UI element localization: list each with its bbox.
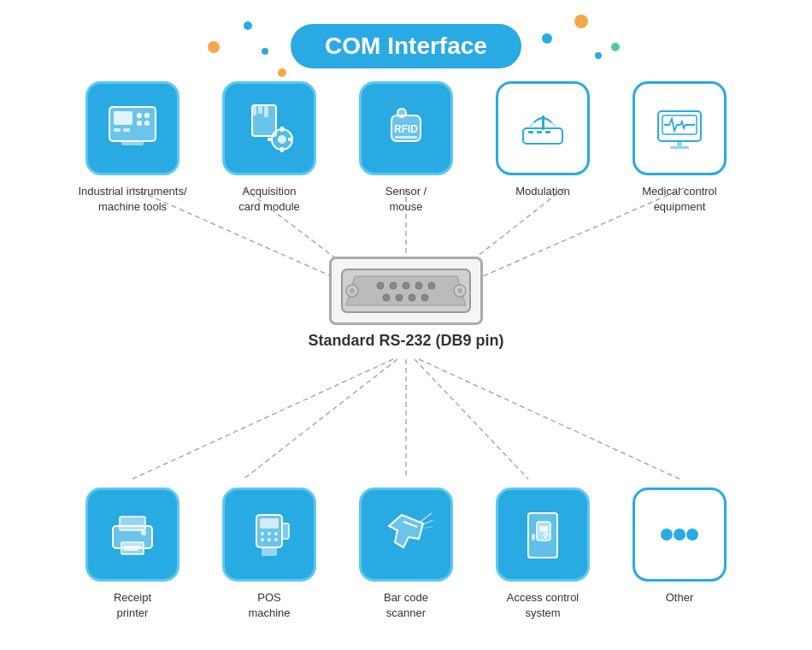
svg-point-23	[144, 121, 150, 126]
sensor-mouse-label: Sensor /mouse	[385, 184, 427, 215]
top-icons-row: Industrial instruments/machine tools	[26, 81, 786, 215]
sensor-mouse-icon: RFID	[376, 98, 436, 158]
receipt-printer-label: Receiptprinter	[114, 590, 151, 621]
acquisition-card-label: Acquisitioncard module	[238, 184, 300, 215]
barcode-scanner-item: Bar codescanner	[350, 488, 462, 621]
db9-svg	[333, 261, 479, 321]
other-item: Other	[624, 488, 735, 621]
main-container: COM Interface	[0, 0, 812, 650]
acquisition-card-icon-box	[222, 81, 316, 175]
svg-point-70	[141, 530, 146, 535]
svg-point-64	[421, 294, 428, 301]
svg-point-62	[396, 294, 403, 301]
svg-point-63	[409, 294, 415, 301]
svg-rect-66	[120, 517, 145, 530]
title-area: COM Interface	[0, 9, 812, 68]
svg-marker-81	[389, 515, 423, 547]
page-title: COM Interface	[291, 24, 521, 68]
svg-point-77	[268, 538, 271, 541]
bottom-icons-row: Receiptprinter	[26, 488, 786, 621]
db9-connector	[329, 257, 483, 325]
industrial-instruments-icon-box	[85, 81, 179, 175]
svg-rect-35	[268, 138, 273, 141]
svg-point-92	[674, 529, 685, 541]
svg-line-82	[421, 513, 432, 522]
svg-rect-26	[121, 141, 144, 145]
svg-marker-51	[346, 276, 466, 305]
other-icon-box	[633, 488, 727, 582]
other-icon	[650, 505, 709, 564]
svg-rect-19	[114, 111, 132, 125]
svg-point-74	[268, 532, 271, 535]
pos-machine-label: POSmachine	[248, 590, 290, 621]
svg-rect-88	[539, 526, 548, 532]
industrial-instruments-label: Industrial instruments/machine tools	[78, 184, 186, 215]
svg-point-53	[350, 288, 355, 293]
svg-rect-42	[528, 131, 533, 133]
medical-control-item: Medical controlequipment	[624, 81, 735, 215]
pos-machine-icon-box	[222, 488, 316, 582]
top-icons-section: Industrial instruments/machine tools	[0, 56, 812, 215]
svg-rect-48	[677, 141, 682, 146]
modulation-label: Modulation	[515, 184, 570, 199]
svg-rect-40	[395, 136, 417, 139]
access-control-item: Access controlsystem	[487, 488, 598, 621]
svg-rect-44	[545, 131, 550, 133]
svg-point-91	[661, 529, 673, 541]
svg-point-57	[390, 282, 397, 289]
pos-machine-icon	[239, 505, 299, 564]
medical-control-label: Medical controlequipment	[642, 184, 716, 215]
svg-rect-72	[260, 518, 279, 529]
svg-point-55	[457, 288, 462, 293]
svg-rect-79	[282, 523, 289, 539]
svg-rect-29	[258, 105, 262, 114]
medical-control-icon	[650, 98, 709, 158]
barcode-scanner-icon	[376, 505, 436, 564]
receipt-printer-item: Receiptprinter	[77, 488, 188, 621]
svg-rect-24	[114, 128, 121, 132]
industrial-instruments-icon	[103, 98, 162, 158]
svg-point-76	[261, 538, 264, 541]
svg-point-89	[544, 536, 547, 539]
sensor-mouse-icon-box: RFID	[359, 81, 453, 175]
sensor-mouse-item: RFID Sensor /mouse	[350, 81, 462, 215]
svg-rect-67	[121, 542, 144, 554]
receipt-printer-icon	[103, 505, 162, 564]
other-label: Other	[666, 590, 694, 606]
modulation-icon	[513, 98, 573, 158]
receipt-printer-icon-box	[85, 488, 179, 582]
svg-point-58	[403, 282, 409, 289]
svg-point-61	[383, 294, 390, 301]
medical-control-icon-box	[633, 81, 727, 175]
barcode-scanner-icon-box	[359, 488, 453, 582]
svg-rect-30	[264, 105, 268, 117]
svg-rect-25	[123, 128, 130, 132]
svg-rect-43	[537, 131, 542, 133]
svg-point-78	[274, 538, 278, 541]
modulation-icon-box	[496, 81, 590, 175]
svg-rect-41	[523, 128, 562, 144]
svg-point-59	[415, 282, 422, 289]
acquisition-card-item: Acquisitioncard module	[214, 81, 325, 215]
svg-point-20	[137, 113, 142, 118]
acquisition-card-icon	[239, 98, 299, 158]
access-control-icon	[513, 505, 573, 564]
svg-point-21	[144, 113, 150, 118]
svg-point-22	[137, 121, 142, 126]
svg-rect-49	[670, 146, 689, 149]
svg-rect-80	[262, 547, 277, 556]
svg-point-32	[278, 135, 286, 144]
svg-point-73	[261, 532, 264, 535]
svg-point-93	[686, 529, 698, 541]
svg-point-75	[274, 532, 278, 535]
svg-point-38	[397, 109, 406, 117]
pos-machine-item: POSmachine	[214, 488, 325, 621]
connector-section: Standard RS-232 (DB9 pin)	[0, 257, 812, 350]
barcode-scanner-label: Bar codescanner	[384, 590, 428, 621]
svg-point-56	[377, 282, 384, 289]
svg-rect-36	[288, 138, 293, 141]
svg-rect-34	[280, 147, 284, 152]
access-control-label: Access controlsystem	[507, 590, 580, 621]
svg-point-60	[428, 282, 435, 289]
industrial-instruments-item: Industrial instruments/machine tools	[77, 81, 188, 215]
